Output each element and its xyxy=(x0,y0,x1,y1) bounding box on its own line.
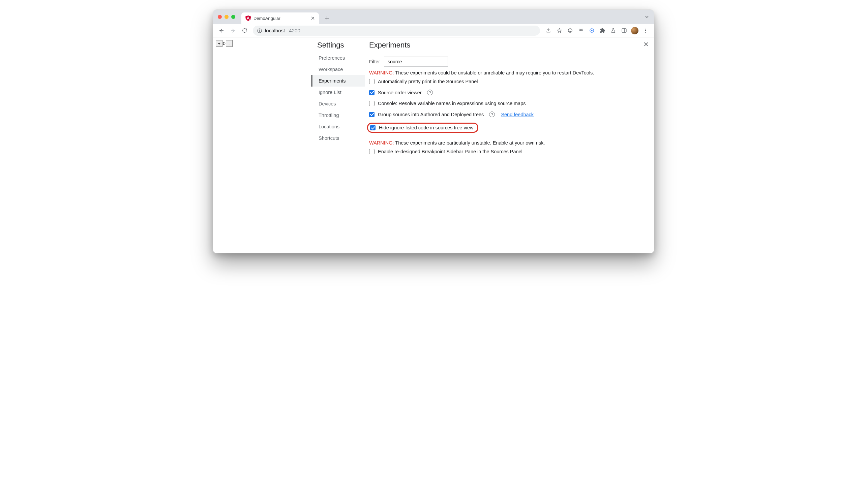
devtools-settings-panel: Settings PreferencesWorkspaceExperiments… xyxy=(311,37,654,253)
svg-point-7 xyxy=(570,30,571,30)
new-tab-button[interactable] xyxy=(322,13,332,23)
experiments-list: Automatically pretty print in the Source… xyxy=(369,79,647,133)
svg-point-8 xyxy=(579,29,581,31)
close-tab-icon[interactable] xyxy=(310,15,315,21)
browser-tab[interactable]: DemoAngular xyxy=(242,12,319,24)
counter-decrement-button[interactable]: - xyxy=(226,40,233,47)
browser-toolbar: localhost:4200 xyxy=(213,24,654,37)
svg-point-5 xyxy=(568,29,572,32)
close-settings-icon[interactable] xyxy=(642,40,650,48)
experiment-label: Group sources into Authored and Deployed… xyxy=(378,112,484,117)
extension-flask-icon[interactable] xyxy=(608,25,618,36)
svg-point-15 xyxy=(645,30,646,31)
kebab-menu-icon[interactable] xyxy=(641,25,651,36)
experiment-label: Console: Resolve variable names in expre… xyxy=(378,101,525,106)
svg-rect-12 xyxy=(622,29,626,32)
warning-2: WARNING: These experiments are particula… xyxy=(369,140,647,145)
filter-label: Filter xyxy=(369,59,380,64)
url-port: :4200 xyxy=(288,28,300,33)
sidebar-item-ignore-list[interactable]: Ignore List xyxy=(311,87,365,98)
experiment-label: Hide ignore-listed code in sources tree … xyxy=(379,125,473,130)
experiments-unstable-list: Enable re-designed Breakpoint Sidebar Pa… xyxy=(369,149,647,154)
settings-sidebar: Settings PreferencesWorkspaceExperiments… xyxy=(311,37,365,253)
sidebar-item-workspace[interactable]: Workspace xyxy=(311,64,365,75)
browser-window: DemoAngular localhost:4200 xyxy=(213,9,654,253)
back-button[interactable] xyxy=(216,25,226,36)
page-viewport: + 0 - xyxy=(213,37,311,253)
window-controls xyxy=(218,10,235,24)
address-bar[interactable]: localhost:4200 xyxy=(253,25,540,36)
minimize-window-button[interactable] xyxy=(225,15,228,19)
experiment-checkbox[interactable] xyxy=(369,149,375,154)
site-info-icon[interactable] xyxy=(257,28,262,33)
svg-rect-4 xyxy=(259,29,259,30)
experiment-row: Hide ignore-listed code in sources tree … xyxy=(367,123,478,133)
counter-widget: + 0 - xyxy=(216,40,233,47)
help-icon[interactable]: ? xyxy=(489,111,495,117)
counter-value: 0 xyxy=(223,41,226,46)
experiment-label: Automatically pretty print in the Source… xyxy=(378,79,478,84)
sidebar-item-throttling[interactable]: Throttling xyxy=(311,109,365,121)
svg-point-6 xyxy=(569,30,570,30)
experiment-checkbox[interactable] xyxy=(370,125,375,130)
warning-2-text: These experiments are particularly unsta… xyxy=(394,140,545,145)
experiment-row: Automatically pretty print in the Source… xyxy=(369,79,647,84)
tab-title: DemoAngular xyxy=(254,16,308,21)
settings-title: Settings xyxy=(311,41,365,52)
counter-increment-button[interactable]: + xyxy=(216,40,223,47)
warning-1-label: WARNING: xyxy=(369,70,394,76)
experiment-checkbox[interactable] xyxy=(369,101,375,106)
share-icon[interactable] xyxy=(543,25,554,36)
side-panel-icon[interactable] xyxy=(619,25,629,36)
warning-1-text: These experiments could be unstable or u… xyxy=(394,70,594,76)
experiment-row: Group sources into Authored and Deployed… xyxy=(369,111,647,117)
extension-icon-2[interactable] xyxy=(576,25,586,36)
experiment-row: Console: Resolve variable names in expre… xyxy=(369,101,647,106)
bookmark-star-icon[interactable] xyxy=(554,25,564,36)
svg-rect-3 xyxy=(259,30,259,32)
warning-1: WARNING: These experiments could be unst… xyxy=(369,70,647,76)
svg-point-14 xyxy=(645,29,646,29)
profile-avatar[interactable] xyxy=(630,25,640,36)
experiment-row: Enable re-designed Breakpoint Sidebar Pa… xyxy=(369,149,647,154)
divider xyxy=(369,53,647,53)
experiment-row: Source order viewer? xyxy=(369,90,647,95)
settings-main: Experiments Filter WARNING: These experi… xyxy=(365,37,654,253)
sidebar-item-experiments[interactable]: Experiments xyxy=(311,75,365,87)
url-host: localhost xyxy=(265,28,285,33)
experiments-heading: Experiments xyxy=(369,41,647,50)
svg-point-16 xyxy=(645,32,646,32)
fullscreen-window-button[interactable] xyxy=(231,15,235,19)
extensions-puzzle-icon[interactable] xyxy=(597,25,608,36)
svg-point-9 xyxy=(581,29,583,31)
sidebar-item-devices[interactable]: Devices xyxy=(311,98,365,109)
sidebar-item-shortcuts[interactable]: Shortcuts xyxy=(311,132,365,144)
close-window-button[interactable] xyxy=(218,15,222,19)
sidebar-item-preferences[interactable]: Preferences xyxy=(311,52,365,64)
tab-strip: DemoAngular xyxy=(213,10,654,24)
toolbar-right-icons xyxy=(543,25,651,36)
content-area: + 0 - Settings PreferencesWorkspaceExper… xyxy=(213,37,654,253)
help-icon[interactable]: ? xyxy=(427,90,433,95)
extension-icon-3[interactable] xyxy=(587,25,597,36)
experiment-label: Enable re-designed Breakpoint Sidebar Pa… xyxy=(378,149,523,154)
forward-button[interactable] xyxy=(228,25,238,36)
warning-2-label: WARNING: xyxy=(369,140,394,145)
tabs-dropdown-icon[interactable] xyxy=(644,14,649,19)
reload-button[interactable] xyxy=(239,25,249,36)
extension-icon-1[interactable] xyxy=(565,25,575,36)
filter-row: Filter xyxy=(369,57,647,67)
sidebar-item-locations[interactable]: Locations xyxy=(311,121,365,132)
experiment-label: Source order viewer xyxy=(378,90,422,95)
experiment-checkbox[interactable] xyxy=(369,90,375,95)
feedback-link[interactable]: Send feedback xyxy=(501,112,534,117)
angular-favicon-icon xyxy=(245,15,251,21)
experiment-checkbox[interactable] xyxy=(369,79,375,84)
filter-input[interactable] xyxy=(384,57,448,67)
svg-point-11 xyxy=(591,30,592,31)
experiment-checkbox[interactable] xyxy=(369,112,375,117)
